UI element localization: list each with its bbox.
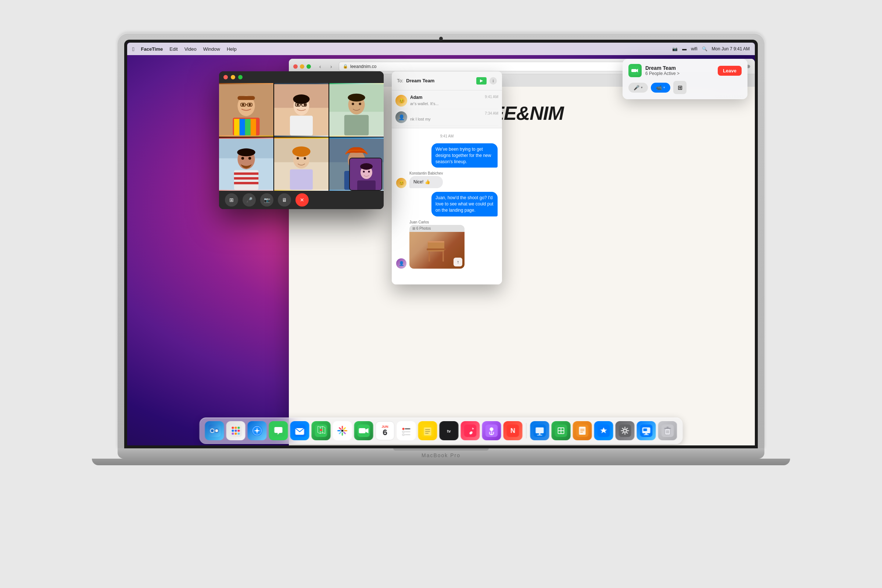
notification-top-row: Dream Team 6 People Active > Leave bbox=[628, 64, 742, 77]
msg-bubble-outgoing-2: Juan, how'd the shoot go? I'd love to se… bbox=[432, 192, 498, 216]
message-list: 9:41 AM We've been trying to get designs… bbox=[392, 128, 502, 285]
svg-point-132 bbox=[624, 430, 626, 432]
conv-header-adam: Adam 9:41 AM bbox=[410, 95, 498, 100]
conv-avatar-2: 👤 bbox=[395, 111, 407, 123]
dock-icon-calendar[interactable]: JUN 6 bbox=[376, 421, 395, 440]
dock-icon-messages[interactable] bbox=[269, 421, 288, 440]
svg-point-73 bbox=[235, 427, 237, 429]
conv-preview-2: nk I lost my bbox=[410, 117, 431, 121]
notification-app-icon bbox=[628, 64, 642, 77]
notification-title-area: Dream Team 6 People Active > bbox=[645, 65, 714, 76]
msg-row-juan: 👤 Juan Carlos ⊞ 6 Photos bbox=[396, 220, 498, 268]
msg-content-adam: Konstantin Babichev Nice! 👍 bbox=[410, 171, 443, 188]
participant-1-video bbox=[219, 83, 273, 137]
svg-point-70 bbox=[215, 429, 218, 432]
conv-info-adam: Adam 9:41 AM ar's wallet. It's... bbox=[410, 95, 498, 106]
svg-rect-62 bbox=[429, 251, 430, 262]
photo-share-button[interactable]: ↑ bbox=[453, 258, 462, 266]
facetime-window: ⊞ 🎤 📷 🖥 ✕ bbox=[219, 71, 384, 209]
sender-name-adam: Konstantin Babichev bbox=[410, 171, 443, 175]
svg-point-45 bbox=[303, 157, 306, 159]
svg-point-7 bbox=[242, 104, 244, 106]
dock-icon-reminders[interactable] bbox=[397, 421, 416, 440]
svg-point-78 bbox=[232, 432, 234, 435]
video-call-button[interactable]: ▶ bbox=[476, 77, 487, 84]
macbook-lid:  FaceTime Edit Video Window Help 📷 ▬ wi… bbox=[118, 33, 764, 448]
svg-point-22 bbox=[293, 94, 309, 104]
dock-icon-podcasts[interactable] bbox=[482, 421, 501, 440]
menu-window[interactable]: Window bbox=[203, 46, 220, 52]
photo-bubble: ⊞ 6 Photos bbox=[410, 225, 465, 268]
conv-item-2[interactable]: 👤 7:34 AM nk I lost my bbox=[395, 109, 498, 126]
svg-point-110 bbox=[490, 428, 494, 431]
leave-button[interactable]: Leave bbox=[718, 66, 742, 76]
menu-video[interactable]: Video bbox=[184, 46, 196, 52]
participant-5-video bbox=[274, 138, 328, 191]
video-call-control-button[interactable]: 📹 ▾ bbox=[651, 82, 670, 93]
dock-icon-notes[interactable] bbox=[418, 421, 437, 440]
dock-icon-photos[interactable] bbox=[333, 421, 352, 440]
notification-subtitle: 6 People Active > bbox=[645, 71, 714, 76]
mute-button[interactable]: 🎤 bbox=[243, 193, 256, 207]
dock-icon-trash[interactable] bbox=[658, 421, 677, 440]
camera-button[interactable]: 📷 bbox=[260, 193, 273, 207]
svg-rect-107 bbox=[464, 424, 477, 437]
menubar-battery-icon: ▬ bbox=[682, 46, 687, 51]
dock-icon-news[interactable]: N bbox=[504, 421, 523, 440]
conv-name-adam: Adam bbox=[410, 95, 422, 100]
share-screen-button[interactable]: ⊞ bbox=[673, 81, 687, 94]
info-button[interactable]: i bbox=[489, 77, 497, 84]
photo-label: ⊞ 6 Photos bbox=[410, 225, 465, 232]
mute-call-button[interactable]: 🎤 ▾ bbox=[628, 82, 648, 93]
svg-rect-115 bbox=[536, 428, 544, 433]
menu-app-name[interactable]: FaceTime bbox=[141, 46, 163, 52]
dock-icon-pages[interactable] bbox=[573, 421, 592, 440]
menu-edit[interactable]: Edit bbox=[170, 46, 177, 52]
dock-icon-appstore[interactable] bbox=[594, 421, 614, 440]
end-call-button[interactable]: ✕ bbox=[296, 193, 309, 207]
screen-share-2-button[interactable]: 🖥 bbox=[278, 193, 291, 207]
minimize-button-dot[interactable] bbox=[300, 64, 304, 69]
menubar-search-icon[interactable]: 🔍 bbox=[702, 46, 707, 51]
dock-icon-safari[interactable] bbox=[248, 421, 267, 440]
svg-point-108 bbox=[470, 432, 472, 434]
dock-icon-numbers[interactable] bbox=[552, 421, 571, 440]
dock-divider bbox=[526, 423, 526, 438]
dock-icon-facetime[interactable] bbox=[354, 421, 374, 440]
svg-rect-122 bbox=[559, 431, 561, 433]
screen-share-button[interactable]: ⊞ bbox=[225, 193, 238, 207]
apple-logo-icon[interactable]:  bbox=[132, 46, 134, 52]
screen:  FaceTime Edit Video Window Help 📷 ▬ wi… bbox=[127, 43, 755, 446]
svg-rect-137 bbox=[644, 429, 647, 431]
svg-point-94 bbox=[402, 428, 404, 430]
dock-icon-music[interactable] bbox=[461, 421, 480, 440]
dock-icon-mail[interactable] bbox=[290, 421, 309, 440]
dock-icon-screen-time[interactable] bbox=[637, 421, 656, 440]
to-label: To: bbox=[397, 78, 403, 83]
menu-help[interactable]: Help bbox=[227, 46, 237, 52]
msg-bubble-outgoing-1: We've been trying to get designs togethe… bbox=[432, 143, 498, 168]
dock-icon-system-prefs[interactable] bbox=[616, 421, 634, 440]
close-button-dot[interactable] bbox=[293, 64, 298, 69]
dock-icon-maps[interactable] bbox=[312, 421, 331, 440]
svg-point-57 bbox=[363, 171, 365, 173]
dock-icon-launchpad[interactable] bbox=[226, 421, 246, 440]
dock-icon-finder[interactable] bbox=[205, 421, 224, 440]
conversation-list: 😊 Adam 9:41 AM ar's wallet. It's... 👤 bbox=[392, 90, 502, 128]
photo-content: ↑ bbox=[410, 232, 465, 268]
ft-maximize-btn[interactable] bbox=[238, 75, 243, 80]
macbook-outer:  FaceTime Edit Video Window Help 📷 ▬ wi… bbox=[118, 33, 764, 555]
conv-item-adam[interactable]: 😊 Adam 9:41 AM ar's wallet. It's... bbox=[395, 93, 498, 109]
back-button[interactable]: ‹ bbox=[315, 63, 325, 70]
share-screen-icon: ⊞ bbox=[678, 84, 682, 91]
dock-icon-appletv[interactable]: tv bbox=[440, 421, 459, 440]
dock-icon-keynote[interactable] bbox=[530, 421, 549, 440]
mute-chevron-icon: ▾ bbox=[641, 86, 643, 89]
svg-rect-64 bbox=[427, 248, 446, 250]
ft-close-btn[interactable] bbox=[224, 75, 228, 80]
maximize-button-dot[interactable] bbox=[306, 64, 311, 69]
forward-button[interactable]: › bbox=[326, 63, 336, 70]
participant-3-video bbox=[329, 83, 384, 137]
facetime-controls: ⊞ 🎤 📷 🖥 ✕ bbox=[219, 191, 384, 209]
ft-minimize-btn[interactable] bbox=[231, 75, 235, 80]
